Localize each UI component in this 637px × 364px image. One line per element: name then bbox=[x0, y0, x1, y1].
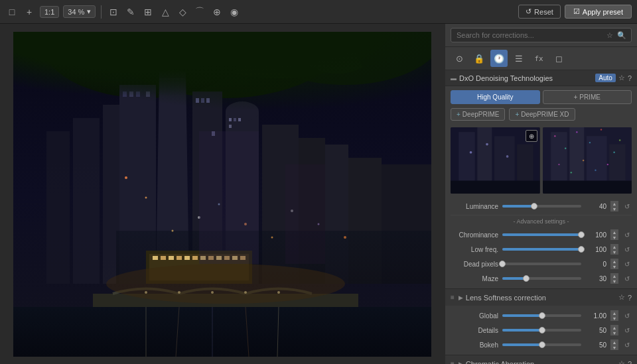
maze-down[interactable]: ▼ bbox=[610, 278, 618, 284]
svg-rect-67 bbox=[199, 131, 259, 264]
global-reset[interactable]: ↺ bbox=[622, 311, 632, 320]
apply-preset-button[interactable]: ☑ Apply preset bbox=[565, 5, 632, 19]
chromatic-aberration-section: ≡ ▶ Chromatic Aberration ☆ ? bbox=[445, 355, 637, 364]
lock-button[interactable]: 🔒 bbox=[470, 50, 488, 67]
collapse-arrow-denoising[interactable]: ▬ bbox=[451, 75, 457, 82]
right-panel: ☆ 🔍 ⊙ 🔒 🕐 ☰ fx ◻ ▬ DxO Denoising Technol… bbox=[445, 24, 637, 364]
brush-button[interactable]: ◻ bbox=[550, 50, 567, 67]
lens-softness-header[interactable]: ≡ ▶ Lens Softness correction ☆ ? bbox=[445, 289, 637, 306]
maze-up[interactable]: ▲ bbox=[610, 273, 618, 278]
tab-deep-prime[interactable]: + DeepPRIME bbox=[451, 108, 505, 121]
details-down[interactable]: ▼ bbox=[610, 330, 618, 335]
maze-slider[interactable] bbox=[502, 277, 581, 280]
chromatic-aberration-header[interactable]: ≡ ▶ Chromatic Aberration ☆ ? bbox=[445, 355, 637, 364]
luminance-slider[interactable] bbox=[502, 205, 581, 208]
lens-softness-star-icon[interactable]: ☆ bbox=[618, 293, 625, 302]
chrominance-label: Chrominance bbox=[451, 231, 498, 239]
sliders-section: Luminance 40 ▲ ▼ ↺ - Advanced settings -… bbox=[445, 196, 637, 288]
shape-icon[interactable]: ◇ bbox=[176, 5, 189, 19]
details-value: 50 bbox=[585, 327, 606, 334]
details-slider[interactable] bbox=[502, 329, 581, 332]
square-icon[interactable]: □ bbox=[5, 5, 19, 19]
image-canvas bbox=[13, 32, 431, 357]
denoising-help-icon[interactable]: ? bbox=[628, 74, 632, 82]
svg-point-31 bbox=[125, 176, 127, 179]
bokeh-reset[interactable]: ↺ bbox=[622, 340, 632, 349]
zoom-percent[interactable]: 34 % ▾ bbox=[63, 5, 96, 18]
denoising-star-icon[interactable]: ☆ bbox=[618, 74, 625, 82]
image-area[interactable] bbox=[0, 24, 445, 364]
maze-label: Maze bbox=[451, 275, 498, 282]
drag-icon-ca: ≡ bbox=[451, 360, 455, 364]
luminance-reset[interactable]: ↺ bbox=[622, 202, 632, 211]
tab-high-quality[interactable]: High Quality bbox=[451, 90, 540, 104]
search-input[interactable] bbox=[451, 28, 632, 42]
panel-icons-row: ⊙ 🔒 🕐 ☰ fx ◻ bbox=[445, 47, 637, 70]
chrominance-up[interactable]: ▲ bbox=[610, 229, 618, 235]
chrominance-reset[interactable]: ↺ bbox=[622, 230, 632, 239]
fx-button[interactable]: fx bbox=[530, 50, 547, 67]
svg-rect-5 bbox=[46, 131, 70, 284]
color-wheel-button[interactable]: ⊙ bbox=[451, 50, 468, 67]
luminance-value: 40 bbox=[585, 203, 606, 210]
chrominance-slider[interactable] bbox=[502, 233, 581, 236]
clock-button[interactable]: 🕐 bbox=[490, 50, 508, 67]
dead-pixels-reset[interactable]: ↺ bbox=[622, 259, 632, 269]
low-freq-reset[interactable]: ↺ bbox=[622, 245, 632, 254]
bokeh-slider[interactable] bbox=[502, 343, 581, 346]
global-down[interactable]: ▼ bbox=[610, 316, 618, 321]
svg-rect-73 bbox=[494, 136, 515, 180]
dead-pixels-up[interactable]: ▲ bbox=[610, 259, 618, 264]
lens-softness-help-icon[interactable]: ? bbox=[628, 294, 632, 302]
crop-icon[interactable]: ⊡ bbox=[107, 5, 120, 19]
tab-prime[interactable]: + PRIME bbox=[543, 90, 632, 104]
reset-button[interactable]: ↺ Reset bbox=[518, 5, 561, 19]
svg-point-77 bbox=[486, 143, 488, 146]
preview-thumbnails-row: ⊕ bbox=[445, 125, 637, 196]
ca-star-icon[interactable]: ☆ bbox=[618, 359, 625, 364]
advanced-settings-label: - Advanced settings - bbox=[451, 215, 632, 226]
zoom-level: 1:1 bbox=[44, 8, 54, 16]
global-value: 1.00 bbox=[585, 312, 606, 320]
global-up[interactable]: ▲ bbox=[610, 310, 618, 316]
lens-softness-controls: ☆ ? bbox=[618, 293, 632, 302]
bokeh-up[interactable]: ▲ bbox=[610, 339, 618, 345]
low-freq-down[interactable]: ▼ bbox=[610, 249, 618, 255]
bokeh-down[interactable]: ▼ bbox=[610, 345, 618, 350]
low-freq-up[interactable]: ▲ bbox=[610, 244, 618, 249]
maze-reset[interactable]: ↺ bbox=[622, 274, 632, 283]
svg-rect-47 bbox=[184, 256, 190, 260]
plus-icon[interactable]: + bbox=[23, 5, 36, 19]
svg-point-92 bbox=[582, 160, 583, 161]
stamp-icon[interactable]: ⊞ bbox=[141, 5, 155, 19]
dead-pixels-slider[interactable] bbox=[502, 263, 581, 265]
svg-point-88 bbox=[600, 129, 601, 130]
eye-icon[interactable]: ◉ bbox=[228, 5, 241, 19]
svg-rect-48 bbox=[192, 256, 198, 260]
dead-pixels-down[interactable]: ▼ bbox=[610, 264, 618, 269]
pin-icon[interactable]: ⊕ bbox=[210, 5, 224, 19]
chrominance-down[interactable]: ▼ bbox=[610, 235, 618, 240]
luminance-label: Luminance bbox=[451, 203, 498, 210]
star-icon[interactable]: ☆ bbox=[606, 31, 613, 40]
details-up[interactable]: ▲ bbox=[610, 325, 618, 330]
polygon-icon[interactable]: △ bbox=[159, 5, 172, 19]
lasso-icon[interactable]: ⌒ bbox=[193, 5, 206, 19]
luminance-up[interactable]: ▲ bbox=[610, 201, 618, 206]
divider-1 bbox=[101, 5, 102, 19]
svg-point-37 bbox=[271, 236, 273, 238]
details-reset[interactable]: ↺ bbox=[622, 326, 632, 335]
drag-icon: ≡ bbox=[451, 294, 455, 301]
luminance-down[interactable]: ▼ bbox=[610, 206, 618, 212]
crosshair-button[interactable]: ⊕ bbox=[526, 130, 537, 142]
svg-rect-72 bbox=[477, 127, 492, 181]
low-freq-slider[interactable] bbox=[502, 248, 581, 251]
ca-help-icon[interactable]: ? bbox=[628, 360, 632, 365]
global-slider[interactable] bbox=[502, 314, 581, 317]
layers-button[interactable]: ☰ bbox=[510, 50, 528, 67]
svg-rect-80 bbox=[551, 132, 567, 180]
svg-point-93 bbox=[595, 169, 596, 170]
pen-icon[interactable]: ✎ bbox=[124, 5, 137, 19]
ca-controls: ☆ ? bbox=[618, 359, 632, 364]
tab-deep-prime-xd[interactable]: + DeepPRIME XD bbox=[509, 108, 575, 121]
